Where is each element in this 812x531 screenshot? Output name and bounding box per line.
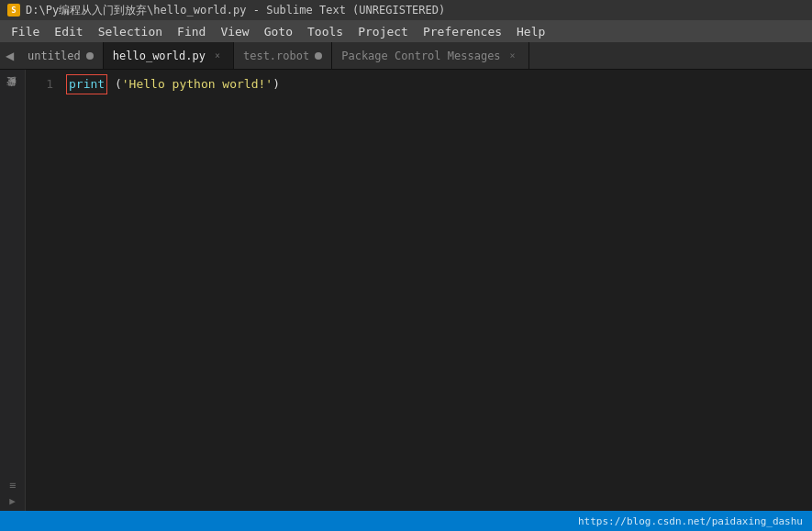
menu-help[interactable]: Help <box>509 23 552 40</box>
menu-edit[interactable]: Edit <box>47 23 90 40</box>
editor-area: ◀ 变量 ≡ ▶ 1 print ('Hello python world!') <box>0 70 812 511</box>
menu-find[interactable]: Find <box>170 23 213 40</box>
keyword-print: print <box>66 74 107 94</box>
menu-view[interactable]: View <box>213 23 256 40</box>
status-url: https://blog.csdn.net/paidaxing_dashu <box>578 515 803 527</box>
tab-scroll-left[interactable]: ◀ <box>0 42 18 69</box>
tab-close-package-control[interactable]: × <box>506 50 519 62</box>
app-icon: S <box>7 4 20 17</box>
menu-file[interactable]: File <box>4 23 47 40</box>
menu-goto[interactable]: Goto <box>257 23 300 40</box>
sidebar-arrow-left[interactable]: ◀ <box>9 74 16 86</box>
sidebar-label: 变量 <box>6 94 19 95</box>
menu-tools[interactable]: Tools <box>300 23 350 40</box>
menu-bar: File Edit Selection Find View Goto Tools… <box>0 20 812 42</box>
string-literal: 'Hello python world!' <box>122 75 273 94</box>
menu-project[interactable]: Project <box>350 23 416 40</box>
tab-test-robot[interactable]: test.robot <box>234 42 332 69</box>
status-bar: https://blog.csdn.net/paidaxing_dashu <box>0 511 812 531</box>
window-title: D:\Py编程从入门到放弃\hello_world.py - Sublime T… <box>26 3 445 18</box>
menu-preferences[interactable]: Preferences <box>416 23 509 40</box>
tab-package-control[interactable]: Package Control Messages × <box>332 42 528 69</box>
code-paren-open: ( <box>107 75 122 94</box>
left-sidebar: ◀ 变量 ≡ ▶ <box>0 70 26 511</box>
tab-hello-world[interactable]: hello_world.py × <box>104 42 234 69</box>
sidebar-icon-triangle[interactable]: ▶ <box>9 495 16 507</box>
line-number-1: 1 <box>26 75 53 94</box>
code-paren-close: ) <box>273 75 280 94</box>
line-numbers: 1 <box>26 70 59 511</box>
tab-dirty-indicator-robot <box>315 52 322 60</box>
code-editor[interactable]: print ('Hello python world!') <box>59 70 812 511</box>
tab-untitled[interactable]: untitled <box>18 42 104 69</box>
menu-selection[interactable]: Selection <box>91 23 170 40</box>
tab-close-hello-world[interactable]: × <box>211 50 224 62</box>
tab-bar: ◀ untitled hello_world.py × test.robot P… <box>0 42 812 70</box>
code-line-1: print ('Hello python world!') <box>66 75 805 94</box>
tab-dirty-indicator <box>86 52 94 60</box>
sidebar-icon-equals[interactable]: ≡ <box>9 479 16 492</box>
title-bar: S D:\Py编程从入门到放弃\hello_world.py - Sublime… <box>0 0 812 20</box>
